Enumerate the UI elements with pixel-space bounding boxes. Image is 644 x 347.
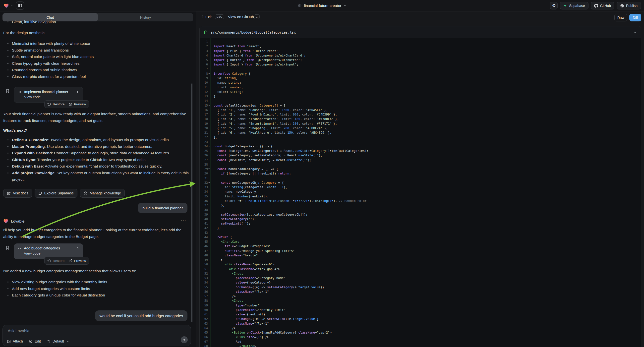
chevron-up-icon[interactable] bbox=[633, 30, 636, 34]
github-button[interactable]: GitHub bbox=[591, 2, 615, 10]
exit-button[interactable]: Exit bbox=[205, 15, 212, 19]
fold-caret-icon[interactable] bbox=[208, 146, 210, 147]
code-line: 8interface Category { bbox=[200, 72, 641, 76]
list-item: Expand with Backend: Connect Supabase to… bbox=[8, 150, 192, 156]
project-switcher[interactable]: financial-future-creator bbox=[298, 0, 346, 11]
code-line: 65 <Button onClick={handleAddCategory} c… bbox=[200, 330, 641, 335]
publish-button[interactable]: Publish bbox=[616, 2, 641, 10]
code-line: 66 <Plus size={16} /> bbox=[200, 335, 641, 339]
code-line: 27 const [newLimit, setNewLimit] = React… bbox=[200, 158, 641, 162]
chat-bubble-icon bbox=[38, 192, 42, 195]
code-viewer-panel: Exit ESC View on GitHub G Raw Diff src/c… bbox=[196, 11, 644, 347]
code-icon bbox=[18, 246, 22, 250]
restore-button[interactable]: Restore bbox=[48, 259, 64, 262]
visit-docs-button[interactable]: Visit docs bbox=[3, 189, 32, 198]
view-code-link[interactable]: View code bbox=[24, 95, 79, 99]
g-key-badge: G bbox=[254, 14, 260, 19]
view-code-link[interactable]: View code bbox=[24, 252, 80, 256]
lovable-logo-icon[interactable] bbox=[4, 3, 9, 8]
code-line: 11 limit: number; bbox=[200, 85, 641, 90]
code-line: 15const defaultCategories: Category[] = … bbox=[200, 103, 641, 108]
logo-menu-caret-icon[interactable] bbox=[10, 4, 13, 7]
package-icon bbox=[84, 192, 88, 195]
code-line: 25 const [categories, setCategories] = R… bbox=[200, 148, 641, 153]
chat-input[interactable] bbox=[7, 328, 158, 334]
list-item: Debug with Ease: Activate our experiment… bbox=[8, 163, 192, 170]
code-line: 13} bbox=[200, 94, 641, 98]
code-line: 48 className="h-auto" bbox=[200, 253, 641, 258]
restore-button[interactable]: Restore bbox=[48, 102, 64, 106]
file-added-icon bbox=[204, 30, 208, 34]
code-line: 23 bbox=[200, 140, 641, 144]
list-item: Subtle animations and transitions bbox=[8, 47, 188, 54]
chevron-left-icon[interactable] bbox=[201, 15, 204, 18]
explore-supabase-button[interactable]: Explore Supabase bbox=[34, 189, 78, 198]
view-on-github-button[interactable]: View on GitHub bbox=[228, 15, 254, 19]
fold-caret-icon[interactable] bbox=[208, 73, 210, 74]
toggle-sidebar-button[interactable] bbox=[16, 2, 24, 10]
code-line: 32 const newCategoryObj: Category = { bbox=[200, 180, 641, 185]
code-line: 44 return ( bbox=[200, 235, 641, 240]
bookmark-icon[interactable] bbox=[6, 89, 10, 93]
message-menu-icon[interactable]: ··· bbox=[181, 218, 186, 223]
code-line: 45 <ChartCard bbox=[200, 240, 641, 244]
chevron-right-icon bbox=[76, 247, 80, 250]
globe-icon bbox=[620, 4, 624, 8]
fold-caret-icon[interactable] bbox=[208, 182, 210, 183]
external-link-icon bbox=[7, 192, 11, 195]
code-line: 3import { Plus } from 'lucide-react'; bbox=[200, 49, 641, 53]
manage-knowledge-button[interactable]: Manage knowledge bbox=[80, 189, 125, 198]
code-line: 56 className="flex-1" bbox=[200, 290, 641, 294]
list-item: Minimalist interface with plenty of whit… bbox=[8, 40, 188, 47]
chevron-down-icon bbox=[344, 4, 346, 7]
gear-icon: ⚙ bbox=[552, 3, 556, 8]
image-icon bbox=[7, 340, 11, 343]
fold-caret-icon[interactable] bbox=[208, 105, 210, 106]
code-line: 17 { id: '2', name: 'Food & Dining', lim… bbox=[200, 112, 641, 117]
code-line: 4import ChartCard from '@/components/ui/… bbox=[200, 53, 641, 58]
assistant-name: Lovable bbox=[11, 219, 24, 224]
raw-toggle-button[interactable]: Raw bbox=[614, 14, 627, 22]
attach-button[interactable]: Attach bbox=[7, 339, 23, 343]
code-line: 5import { Button } from '@/components/ui… bbox=[200, 58, 641, 62]
feature-bullet-list: View existing budget categories with the… bbox=[8, 279, 192, 299]
mode-selector[interactable]: Default bbox=[47, 339, 69, 343]
list-item: Refine & Customize: Tweak the design, an… bbox=[8, 137, 192, 144]
code-viewer-header: Exit ESC View on GitHub G Raw Diff bbox=[196, 11, 644, 24]
chat-panel[interactable]: Chat History Clean, intuitive navigation… bbox=[0, 11, 196, 347]
settings-button[interactable]: ⚙ bbox=[550, 2, 558, 10]
code-card[interactable]: src/components/budget/BudgetCategories.t… bbox=[200, 26, 641, 347]
code-line: 62 onChange={(e) => setNewLimit(e.target… bbox=[200, 317, 641, 321]
code-icon bbox=[18, 90, 22, 94]
code-line: 46 title="Budget Categories" bbox=[200, 244, 641, 248]
user-message: would be cool if you could add budget ca… bbox=[95, 310, 188, 321]
supabase-button[interactable]: Supabase bbox=[560, 2, 588, 10]
sliders-icon bbox=[47, 340, 50, 343]
assistant-message: I'll help you add budget categories to t… bbox=[3, 227, 190, 240]
code-line: 2import React from 'react'; bbox=[200, 44, 641, 48]
code-line: 26 const [newCategory, setNewCategory] =… bbox=[200, 153, 641, 158]
list-item: Rounded corners and subtle shadows bbox=[8, 67, 188, 74]
chevron-right-icon bbox=[76, 90, 79, 94]
fold-caret-icon[interactable] bbox=[208, 168, 210, 170]
diff-toggle-button[interactable]: Diff bbox=[629, 14, 641, 22]
code-line: 30 if (!newCategory || !newLimit) return… bbox=[200, 171, 641, 176]
send-button[interactable] bbox=[181, 336, 188, 343]
arrow-up-icon bbox=[183, 338, 186, 342]
code-line: 22]; bbox=[200, 135, 641, 140]
preview-button[interactable]: Preview bbox=[69, 102, 86, 106]
code-line: 24const BudgetCategories = () => { bbox=[200, 144, 641, 148]
file-header[interactable]: src/components/budget/BudgetCategories.t… bbox=[200, 26, 641, 38]
code-line: 28 bbox=[200, 162, 641, 167]
code-line: 18 { id: '3', name: 'Transportation', li… bbox=[200, 117, 641, 121]
code-line: 10 name: string; bbox=[200, 80, 641, 85]
list-item: Soft, neutral color palette with light b… bbox=[8, 54, 188, 60]
bookmark-icon[interactable] bbox=[6, 246, 10, 250]
code-line: 19 { id: '4', name: 'Entertainment', lim… bbox=[200, 122, 641, 126]
chat-scrollbar[interactable] bbox=[192, 84, 192, 322]
preview-button[interactable]: Preview bbox=[69, 259, 86, 262]
edit-button[interactable]: Edit bbox=[29, 339, 41, 343]
user-message: build a financial planner bbox=[138, 203, 188, 213]
file-path: src/components/budget/BudgetCategories.t… bbox=[211, 30, 296, 34]
code-line: 54 value={newCategory} bbox=[200, 280, 641, 285]
